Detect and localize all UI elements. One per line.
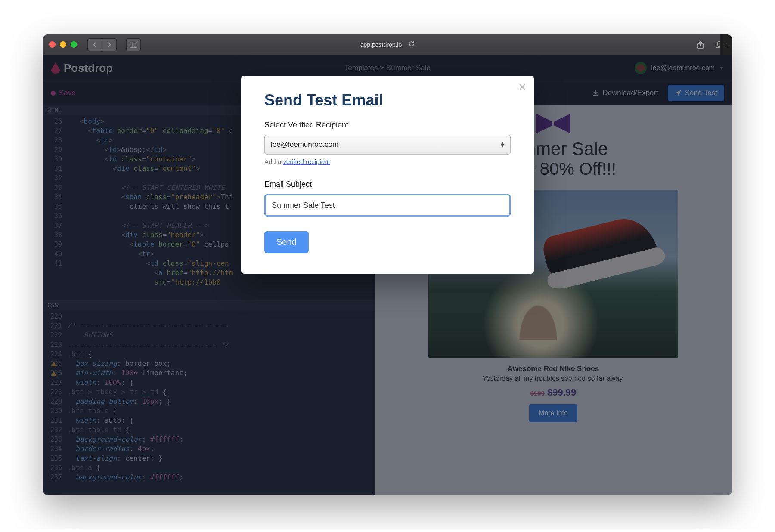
sidebar-toggle-icon[interactable] — [126, 38, 141, 51]
forward-button[interactable] — [102, 38, 117, 51]
subject-input[interactable] — [264, 194, 511, 217]
add-recipient-prefix: Add a — [264, 158, 283, 165]
verified-recipient-link[interactable]: verified recipient — [283, 158, 330, 165]
select-arrows-icon: ▲▼ — [500, 142, 504, 148]
send-test-modal: ✕ Send Test Email Select Verified Recipi… — [241, 76, 534, 274]
add-recipient-help: Add a verified recipient — [264, 158, 511, 165]
browser-window: app.postdrop.io + Postdrop Templates > S… — [43, 34, 732, 495]
recipient-select[interactable]: lee@leemunroe.com ▲▼ — [264, 135, 511, 155]
send-button[interactable]: Send — [264, 231, 309, 253]
fullscreen-window-icon[interactable] — [71, 41, 77, 48]
minimize-window-icon[interactable] — [60, 41, 66, 48]
url-text[interactable]: app.postdrop.io — [360, 41, 402, 48]
titlebar: app.postdrop.io + — [43, 34, 732, 55]
recipient-label: Select Verified Recipient — [264, 121, 511, 130]
share-icon[interactable] — [694, 39, 707, 50]
window-controls — [49, 41, 77, 48]
recipient-selected-value: lee@leemunroe.com — [271, 140, 338, 149]
reload-icon[interactable] — [408, 40, 415, 49]
modal-title: Send Test Email — [264, 91, 511, 109]
svg-rect-0 — [130, 42, 137, 47]
close-modal-button[interactable]: ✕ — [518, 82, 526, 93]
close-icon: ✕ — [518, 82, 526, 93]
new-tab-button[interactable]: + — [720, 34, 732, 55]
back-button[interactable] — [87, 38, 102, 51]
subject-label: Email Subject — [264, 180, 511, 189]
close-window-icon[interactable] — [49, 41, 56, 48]
